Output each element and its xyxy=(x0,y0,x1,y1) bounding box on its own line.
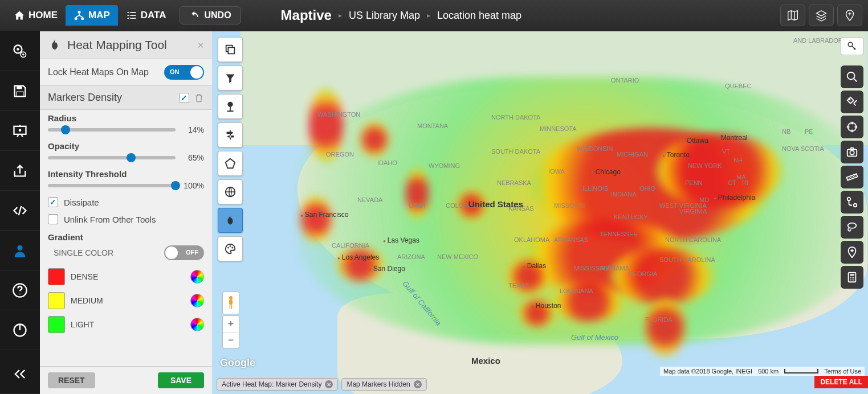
label-chicago: Chicago xyxy=(591,168,621,176)
dense-color-row: DENSE xyxy=(40,265,212,289)
slider-thumb[interactable] xyxy=(171,181,180,190)
route-button[interactable] xyxy=(841,191,863,214)
zoom-out-button[interactable]: − xyxy=(223,332,239,348)
add-location-button[interactable] xyxy=(841,241,863,264)
label-wi: WISCONSIN xyxy=(577,145,613,152)
single-color-toggle[interactable]: OFF xyxy=(164,245,204,260)
panel-header: Heat Mapping Tool × xyxy=(40,31,212,59)
tab-map[interactable]: MAP xyxy=(66,5,118,26)
present-button[interactable] xyxy=(0,111,40,151)
trash-icon[interactable] xyxy=(194,93,204,103)
collapse-button[interactable] xyxy=(0,354,40,394)
left-sidebar xyxy=(0,31,40,394)
chevron-left-icon xyxy=(12,366,28,382)
unlink-label: Unlink From Other Tools xyxy=(64,215,156,224)
label-ia: IOWA xyxy=(548,168,565,175)
globe-tool[interactable] xyxy=(218,179,243,204)
copy-tool[interactable] xyxy=(218,37,243,62)
add-marker-button[interactable] xyxy=(837,5,862,26)
dense-color-picker[interactable] xyxy=(190,270,204,284)
delete-all-button[interactable]: DELETE ALL xyxy=(814,376,868,388)
slider-thumb[interactable] xyxy=(61,125,70,134)
radius-label: Radius xyxy=(48,113,204,123)
svg-point-41 xyxy=(850,280,851,281)
label-vt: VT xyxy=(722,148,730,155)
lock-toggle[interactable]: ON xyxy=(164,65,204,80)
tab-data[interactable]: DATA xyxy=(118,5,174,26)
svg-rect-37 xyxy=(850,274,854,276)
style-tool[interactable] xyxy=(218,236,243,261)
export-button[interactable] xyxy=(0,151,40,191)
key-button[interactable] xyxy=(841,37,863,55)
map-canvas[interactable]: ONTARIO QUEBEC AND LABRADOR NB NOVA SCOT… xyxy=(212,31,868,394)
camera-button[interactable] xyxy=(841,141,863,163)
save-button[interactable] xyxy=(0,71,40,111)
label-ut: UTAH xyxy=(409,202,425,209)
svg-point-26 xyxy=(231,247,233,249)
directions-tool[interactable] xyxy=(218,122,243,147)
ruler-button[interactable] xyxy=(841,166,863,188)
breadcrumb-item[interactable]: Location heat map xyxy=(437,10,521,22)
calculator-button[interactable] xyxy=(841,266,863,289)
light-color-picker[interactable] xyxy=(190,318,204,331)
reset-button[interactable]: RESET xyxy=(48,372,95,388)
dissipate-checkbox[interactable] xyxy=(48,197,58,207)
light-swatch xyxy=(48,316,65,333)
search-map-button[interactable] xyxy=(841,65,863,88)
heatmap-tool[interactable] xyxy=(218,208,243,233)
zoom-in-button[interactable]: + xyxy=(223,316,239,332)
close-panel-button[interactable]: × xyxy=(197,39,204,52)
opacity-slider[interactable] xyxy=(48,156,176,159)
list-icon xyxy=(126,10,137,21)
polygon-tool[interactable] xyxy=(218,151,243,176)
breadcrumb-item[interactable]: US Library Map xyxy=(349,10,420,22)
panel-title: Heat Mapping Tool xyxy=(67,38,191,52)
pentagon-icon xyxy=(224,157,237,170)
map-open-button[interactable] xyxy=(780,5,805,26)
svg-point-31 xyxy=(850,150,854,154)
label-ne: NEBRASKA xyxy=(497,179,531,186)
layers-button[interactable] xyxy=(809,5,834,26)
pin-tool[interactable] xyxy=(218,94,243,119)
svg-point-12 xyxy=(22,54,25,56)
lasso-button[interactable] xyxy=(841,216,863,239)
pegman-icon xyxy=(226,295,236,311)
radius-slider[interactable] xyxy=(48,128,176,132)
help-button[interactable] xyxy=(0,270,40,310)
label-wy: WYOMING xyxy=(429,162,460,169)
undo-button[interactable]: UNDO xyxy=(180,6,241,24)
calculator-icon xyxy=(846,271,858,284)
pegman[interactable] xyxy=(222,292,239,314)
satellite-button[interactable] xyxy=(841,91,863,113)
chip-close[interactable]: ✕ xyxy=(414,380,422,388)
location-plus-icon xyxy=(846,246,858,258)
label-nb: NB xyxy=(782,128,790,135)
settings-button[interactable] xyxy=(0,31,40,71)
medium-color-picker[interactable] xyxy=(190,294,204,307)
filter-tool[interactable] xyxy=(218,65,243,91)
tab-home[interactable]: HOME xyxy=(6,5,66,26)
map-area[interactable]: ONTARIO QUEBEC AND LABRADOR NB NOVA SCOT… xyxy=(212,31,868,394)
intensity-slider[interactable] xyxy=(48,184,176,187)
attrib-text: Map data ©2018 Google, INEGI xyxy=(663,368,752,375)
power-button[interactable] xyxy=(0,310,40,350)
account-button[interactable] xyxy=(0,231,40,270)
chip-close[interactable]: ✕ xyxy=(325,380,333,388)
target-button[interactable] xyxy=(841,116,863,138)
embed-button[interactable] xyxy=(0,191,40,231)
slider-thumb[interactable] xyxy=(127,153,136,162)
terms-link[interactable]: Terms of Use xyxy=(824,368,861,375)
chip-label: Map Markers Hidden xyxy=(347,380,410,388)
funnel-icon xyxy=(224,72,237,84)
label-il: ILLINOIS xyxy=(582,185,608,192)
home-icon xyxy=(14,10,25,21)
svg-point-43 xyxy=(853,280,854,281)
svg-rect-3 xyxy=(127,12,129,13)
intensity-label: Intensity Threshold xyxy=(48,169,204,179)
unlink-checkbox[interactable] xyxy=(48,214,58,224)
svg-rect-6 xyxy=(130,15,136,16)
svg-point-33 xyxy=(847,198,851,201)
section-checkbox[interactable] xyxy=(179,93,189,103)
save-button[interactable]: SAVE xyxy=(158,372,204,388)
single-color-row: SINGLE COLOR OFF xyxy=(40,243,212,265)
